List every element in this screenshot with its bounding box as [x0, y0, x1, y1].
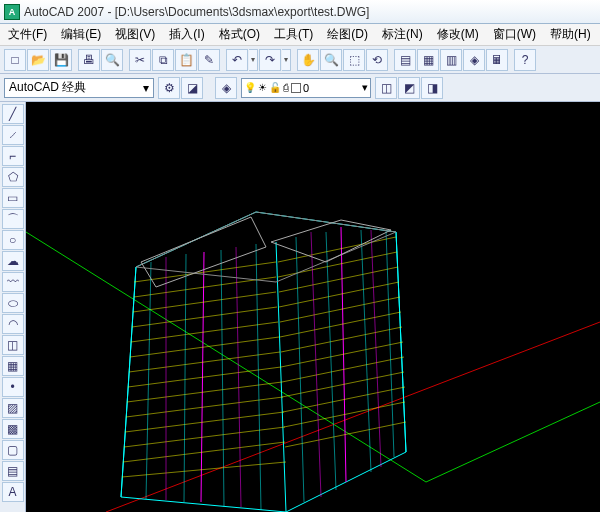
paste-icon[interactable]: 📋 — [175, 49, 197, 71]
ws-settings-icon[interactable]: ⚙ — [158, 77, 180, 99]
app-icon: A — [4, 4, 20, 20]
save-icon[interactable]: 💾 — [50, 49, 72, 71]
svg-line-47 — [386, 230, 394, 457]
layer-props-button[interactable]: ◈ — [215, 77, 237, 99]
polygon-tool[interactable]: ⬠ — [2, 167, 24, 187]
svg-line-23 — [278, 237, 396, 262]
preview-icon[interactable]: 🔍 — [101, 49, 123, 71]
title-bar: A AutoCAD 2007 - [D:\Users\Documents\3ds… — [0, 0, 600, 24]
menu-工具(T)[interactable]: 工具(T) — [268, 24, 319, 45]
svg-line-15 — [129, 352, 280, 372]
tp-icon[interactable]: ▥ — [440, 49, 462, 71]
svg-line-11 — [133, 292, 276, 312]
table-tool[interactable]: ▤ — [2, 461, 24, 481]
insert-tool[interactable]: ◫ — [2, 335, 24, 355]
undo-icon-dropdown[interactable]: ▾ — [249, 49, 258, 71]
menu-文件(F)[interactable]: 文件(F) — [2, 24, 53, 45]
open-icon[interactable]: 📂 — [27, 49, 49, 71]
chevron-down-icon: ▾ — [143, 81, 149, 95]
props-icon[interactable]: ▤ — [394, 49, 416, 71]
region-tool[interactable]: ▢ — [2, 440, 24, 460]
svg-line-9 — [134, 262, 276, 282]
cut-icon[interactable]: ✂ — [129, 49, 151, 71]
bulb-icon: 💡 — [244, 82, 256, 93]
layer-states-icon[interactable]: ◫ — [375, 77, 397, 99]
rect-tool[interactable]: ▭ — [2, 188, 24, 208]
menu-编辑(E)[interactable]: 编辑(E) — [55, 24, 107, 45]
svg-line-26 — [279, 282, 399, 307]
menu-帮助(H)[interactable]: 帮助(H) — [544, 24, 597, 45]
new-icon[interactable]: □ — [4, 49, 26, 71]
menu-bar: 文件(F)编辑(E)视图(V)插入(I)格式(O)工具(T)绘图(D)标注(N)… — [0, 24, 600, 46]
hatch-tool[interactable]: ▨ — [2, 398, 24, 418]
svg-line-42 — [221, 250, 224, 507]
svg-line-45 — [326, 232, 336, 490]
arc-tool[interactable]: ⌒ — [2, 209, 24, 229]
mtext-tool[interactable]: A — [2, 482, 24, 502]
svg-line-13 — [131, 322, 278, 342]
standard-toolbar: □📂💾🖶🔍✂⧉📋✎↶▾↷▾✋🔍⬚⟲▤▦▥◈🖩? — [0, 46, 600, 74]
zoom-prev-icon[interactable]: ⟲ — [366, 49, 388, 71]
svg-line-14 — [130, 337, 279, 357]
svg-line-44 — [296, 237, 304, 502]
pan-icon[interactable]: ✋ — [297, 49, 319, 71]
match-icon[interactable]: ✎ — [198, 49, 220, 71]
redo-icon[interactable]: ↷ — [259, 49, 281, 71]
workspace-layer-toolbar: AutoCAD 经典 ▾ ⚙◪ ◈ 💡 ☀ 🔓 ⎙ 0 ▾ ◫◩◨ — [0, 74, 600, 102]
svg-line-18 — [126, 397, 283, 417]
svg-marker-50 — [271, 220, 391, 262]
undo-icon[interactable]: ↶ — [226, 49, 248, 71]
svg-line-37 — [236, 247, 241, 507]
menu-绘图(D)[interactable]: 绘图(D) — [321, 24, 374, 45]
help-icon[interactable]: ? — [514, 49, 536, 71]
layer-color-swatch — [291, 83, 301, 93]
svg-line-1 — [426, 402, 600, 482]
dc-icon[interactable]: ▦ — [417, 49, 439, 71]
plot-icon: ⎙ — [283, 82, 289, 93]
layer-tools-icon[interactable]: ◨ — [421, 77, 443, 99]
svg-line-4 — [121, 267, 136, 497]
menu-修改(M)[interactable]: 修改(M) — [431, 24, 485, 45]
workspace-selected: AutoCAD 经典 — [9, 79, 86, 96]
draw-toolbar: ╱⟋⌐⬠▭⌒○☁〰⬭◠◫▦•▨▩▢▤A — [0, 102, 26, 512]
ellipse-tool[interactable]: ⬭ — [2, 293, 24, 313]
svg-line-6 — [396, 232, 406, 452]
redo-icon-dropdown[interactable]: ▾ — [282, 49, 291, 71]
point-tool[interactable]: • — [2, 377, 24, 397]
menu-窗口(W)[interactable]: 窗口(W) — [487, 24, 542, 45]
gradient-tool[interactable]: ▩ — [2, 419, 24, 439]
plot-icon[interactable]: 🖶 — [78, 49, 100, 71]
svg-line-19 — [125, 412, 284, 432]
svg-marker-3 — [121, 212, 406, 512]
block-tool[interactable]: ▦ — [2, 356, 24, 376]
line-tool[interactable]: ╱ — [2, 104, 24, 124]
circle-tool[interactable]: ○ — [2, 230, 24, 250]
zoom-rt-icon[interactable]: 🔍 — [320, 49, 342, 71]
chevron-down-icon: ▾ — [362, 81, 368, 94]
workspace-combo[interactable]: AutoCAD 经典 ▾ — [4, 78, 154, 98]
revcloud-tool[interactable]: ☁ — [2, 251, 24, 271]
zoom-win-icon[interactable]: ⬚ — [343, 49, 365, 71]
menu-插入(I)[interactable]: 插入(I) — [163, 24, 210, 45]
svg-line-41 — [184, 254, 186, 502]
layer-name: 0 — [303, 82, 309, 94]
ellipsearc-tool[interactable]: ◠ — [2, 314, 24, 334]
spline-tool[interactable]: 〰 — [2, 272, 24, 292]
menu-格式(O)[interactable]: 格式(O) — [213, 24, 266, 45]
copy-icon[interactable]: ⧉ — [152, 49, 174, 71]
drawing-canvas[interactable] — [26, 102, 600, 512]
svg-line-12 — [132, 307, 277, 327]
layers-icon[interactable]: ◈ — [463, 49, 485, 71]
calc-icon[interactable]: 🖩 — [486, 49, 508, 71]
xline-tool[interactable]: ⟋ — [2, 125, 24, 145]
svg-line-40 — [146, 262, 151, 499]
layer-prev-icon[interactable]: ◩ — [398, 77, 420, 99]
pline-tool[interactable]: ⌐ — [2, 146, 24, 166]
wireframe-model — [26, 102, 600, 512]
ws-lock-icon[interactable]: ◪ — [181, 77, 203, 99]
svg-line-46 — [361, 230, 371, 472]
menu-视图(V)[interactable]: 视图(V) — [109, 24, 161, 45]
lock-icon: 🔓 — [269, 82, 281, 93]
layer-combo[interactable]: 💡 ☀ 🔓 ⎙ 0 ▾ — [241, 78, 371, 98]
menu-标注(N)[interactable]: 标注(N) — [376, 24, 429, 45]
